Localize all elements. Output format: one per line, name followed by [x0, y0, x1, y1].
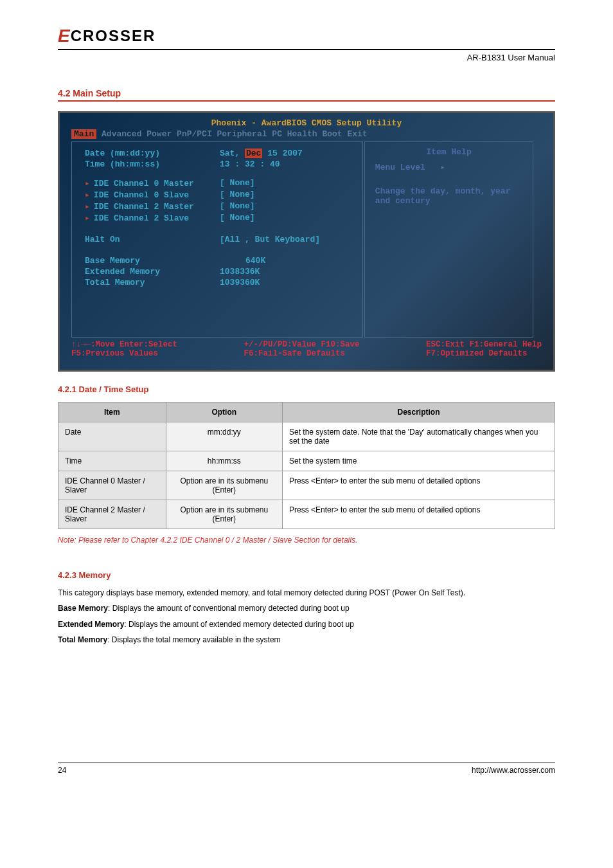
help-text: Change the day, month, year and century — [375, 186, 523, 206]
hint-move-select: ↑↓→←:Move Enter:Select — [71, 340, 177, 349]
extended-memory-desc: Displays the amount of extended memory d… — [129, 620, 354, 629]
table-row: IDE Channel 0 Master / Slaver Option are… — [58, 471, 555, 500]
tab-exit[interactable]: Exit — [347, 129, 367, 139]
col-option: Option — [166, 402, 282, 422]
col-item: Item — [58, 402, 166, 422]
bios-top-menu: Main Advanced Power PnP/PCI Peripheral P… — [71, 129, 542, 139]
bios-screenshot: Phoenix - AwardBIOS CMOS Setup Utility M… — [58, 111, 555, 372]
bios-help-panel: Item Help Menu Level ▸ Change the day, m… — [364, 141, 534, 338]
total-memory-label: Total Memory — [85, 278, 220, 287]
tab-advanced[interactable]: Advanced — [102, 129, 141, 139]
ide-channel-2-slave[interactable]: ▸IDE Channel 2 Slave[ None] — [85, 213, 350, 223]
chevron-right-icon: ▸ — [85, 179, 90, 188]
time-label: Time (hh:mm:ss) — [85, 159, 220, 169]
brand-logo: E CROSSER — [58, 26, 555, 46]
chevron-right-icon: ▸ — [85, 190, 90, 200]
page-number: 24 — [58, 766, 66, 775]
base-memory-strong: Base Memory — [58, 604, 108, 613]
halt-on-value[interactable]: [All , But Keyboard] — [220, 235, 320, 244]
table-row: Time hh:mm:ss Set the system time — [58, 451, 555, 471]
page-footer: 24 http://www.acrosser.com — [58, 763, 555, 775]
total-memory-strong: Total Memory — [58, 635, 107, 644]
table-row: IDE Channel 2 Master / Slaver Option are… — [58, 500, 555, 529]
time-value[interactable]: 13 : 32 : 40 — [220, 159, 280, 169]
chevron-right-icon: ▸ — [85, 202, 90, 212]
col-description: Description — [282, 402, 555, 422]
ide-channel-0-slave[interactable]: ▸IDE Channel 0 Slave[ None] — [85, 190, 350, 200]
footer-url: http://www.acrosser.com — [472, 766, 555, 775]
bios-footer-hints: ↑↓→←:Move Enter:Select F5:Previous Value… — [71, 340, 542, 358]
memory-intro: This category displays base memory, exte… — [58, 586, 555, 599]
chevron-right-icon: ▸ — [440, 163, 445, 172]
header-divider — [58, 49, 555, 50]
note-text: Note: Please refer to Chapter 4.2.2 IDE … — [58, 536, 555, 545]
bios-title: Phoenix - AwardBIOS CMOS Setup Utility — [71, 118, 542, 128]
date-value[interactable]: Sat, Dec 15 2007 — [220, 149, 303, 158]
hint-failsafe: F6:Fail-Safe Defaults — [244, 349, 359, 358]
datetime-setup-heading: 4.2.1 Date / Time Setup — [58, 384, 555, 394]
menu-level-label: Menu Level — [375, 163, 425, 172]
table-row: Date mm:dd:yy Set the system date. Note … — [58, 422, 555, 451]
logo-e-letter: E — [58, 26, 70, 46]
tab-pnppci[interactable]: PnP/PCI — [177, 129, 212, 139]
hint-previous-values: F5:Previous Values — [71, 349, 177, 358]
base-memory-desc: Displays the amount of conventional memo… — [112, 604, 350, 613]
extended-memory-label: Extended Memory — [85, 267, 220, 276]
tab-peripheral[interactable]: Peripheral — [217, 129, 267, 139]
base-memory-label: Base Memory — [85, 256, 220, 266]
section-heading: 4.2 Main Setup — [58, 88, 555, 102]
memory-heading: 4.2.3 Memory — [58, 570, 555, 580]
hint-value-save: +/-/PU/PD:Value F10:Save — [244, 340, 359, 349]
hint-exit-help: ESC:Exit F1:General Help — [426, 340, 542, 349]
bios-settings-panel: Date (mm:dd:yy) Sat, Dec 15 2007 Time (h… — [71, 141, 363, 338]
extended-memory-strong: Extended Memory — [58, 620, 124, 629]
item-help-title: Item Help — [375, 147, 523, 157]
base-memory-value: 640K — [245, 256, 265, 266]
logo-text: CROSSER — [71, 27, 156, 45]
main-setup-section: 4.2 Main Setup Phoenix - AwardBIOS CMOS … — [58, 88, 555, 647]
ide-channel-0-master[interactable]: ▸IDE Channel 0 Master[ None] — [85, 178, 350, 188]
total-memory-value: 1039360K — [220, 278, 260, 287]
tab-pchealth[interactable]: PC Health — [272, 129, 317, 139]
datetime-spec-table: Item Option Description Date mm:dd:yy Se… — [58, 402, 555, 529]
tab-boot[interactable]: Boot — [322, 129, 342, 139]
date-label: Date (mm:dd:yy) — [85, 149, 220, 158]
doc-title: AR-B1831 User Manual — [58, 53, 555, 62]
chevron-right-icon: ▸ — [85, 213, 90, 223]
memory-section: This category displays base memory, exte… — [58, 586, 555, 647]
tab-power[interactable]: Power — [147, 129, 172, 139]
ide-channel-2-master[interactable]: ▸IDE Channel 2 Master[ None] — [85, 201, 350, 212]
hint-optimized: F7:Optimized Defaults — [426, 349, 542, 358]
extended-memory-value: 1038336K — [220, 267, 260, 276]
halt-on-label: Halt On — [85, 235, 220, 244]
total-memory-desc: Displays the total memory available in t… — [112, 635, 281, 644]
tab-main[interactable]: Main — [71, 129, 96, 139]
